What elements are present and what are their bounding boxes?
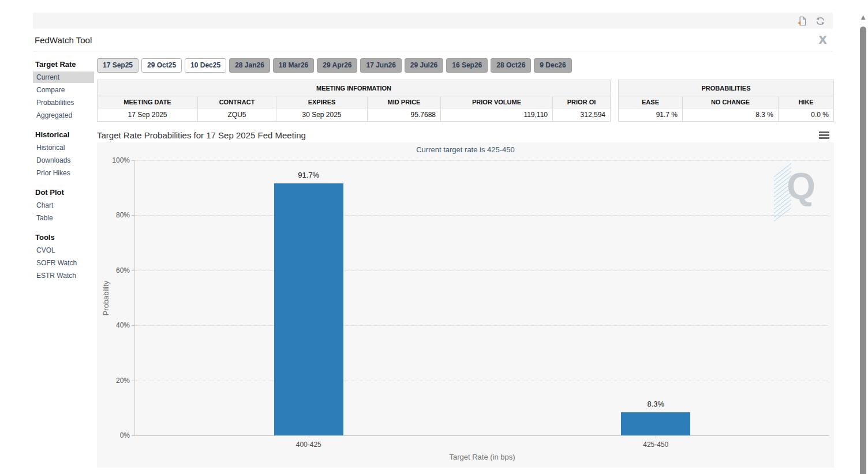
sidebar-item-probabilities[interactable]: Probabilities [33,97,94,108]
tab-28-jan26[interactable]: 28 Jan26 [229,58,270,73]
column-header-mid-price: MID PRICE [368,96,441,108]
y-tick [132,160,135,161]
sidebar-item-compare[interactable]: Compare [33,84,94,96]
tab-10-dec25[interactable]: 10 Dec25 [185,58,226,73]
cell-meeting-date: 17 Sep 2025 [98,108,198,122]
gridline [135,160,829,161]
cell-mid-price: 95.7688 [368,108,441,122]
sidebar-item-historical[interactable]: Historical [33,142,94,153]
sidebar-section-dot-plot: Dot PlotChartTable [33,186,94,224]
sidebar-section-title: Historical [33,129,94,142]
sidebar-item-table[interactable]: Table [33,212,94,224]
bar-value-label: 8.3% [621,400,690,408]
sidebar-item-estr-watch[interactable]: ESTR Watch [33,270,94,281]
sidebar-section-tools: ToolsCVOLSOFR WatchESTR Watch [33,231,94,281]
bar-425-450[interactable] [621,412,690,435]
column-header-meeting-date: MEETING DATE [98,96,198,108]
cell-prior-oi: 312,594 [553,108,611,122]
scrollbar-thumb[interactable] [860,27,866,474]
table-title: PROBABILITIES [619,80,834,96]
sidebar-section-historical: HistoricalHistoricalDownloadsPrior Hikes [33,129,94,179]
page-title: FedWatch Tool [35,35,92,45]
tab-17-sep25[interactable]: 17 Sep25 [97,58,139,73]
y-tick [132,215,135,216]
sidebar-item-sofr-watch[interactable]: SOFR Watch [33,257,94,269]
sidebar-item-aggregated[interactable]: Aggregated [33,110,94,121]
sidebar-item-downloads[interactable]: Downloads [33,155,94,166]
tab-29-oct25[interactable]: 29 Oct25 [141,58,182,73]
table-title: MEETING INFORMATION [98,80,611,96]
summary-tables: MEETING INFORMATIONMEETING DATECONTRACTE… [97,80,834,122]
y-tick [132,381,135,381]
hamburger-menu-icon[interactable] [817,128,834,142]
cell-contract: ZQU5 [198,108,276,122]
x-tick [309,435,309,438]
column-header-expires: EXPIRES [276,96,368,108]
tab-29-apr26[interactable]: 29 Apr26 [317,58,357,73]
tab-18-mar26[interactable]: 18 Mar26 [273,58,314,73]
gridline [135,270,829,271]
tab-16-sep26[interactable]: 16 Sep26 [446,58,488,73]
probability-chart: Current target rate is 425-450 Q Probabi… [97,142,834,468]
vertical-scrollbar[interactable]: ▲ [858,0,868,474]
bar-400-425[interactable] [274,183,343,435]
panel-toolbar [33,13,833,29]
sidebar-item-cvol[interactable]: CVOL [33,244,94,256]
y-tick [132,325,135,326]
tab-29-jul26[interactable]: 29 Jul26 [405,58,443,73]
sidebar: Target RateCurrentCompareProbabilitiesAg… [33,58,97,468]
title-bar: FedWatch Tool X [33,29,833,51]
main-content: 17 Sep2529 Oct2510 Dec2528 Jan2618 Mar26… [97,58,834,468]
sidebar-section-title: Tools [33,231,94,244]
column-header-ease: EASE [619,96,683,108]
meeting-tabs: 17 Sep2529 Oct2510 Dec2528 Jan2618 Mar26… [97,58,834,73]
y-tick-label: 80% [116,211,130,219]
y-tick-label: 100% [112,156,130,164]
x-tick-label: 400-425 [263,441,355,449]
chart-header: Target Rate Probabilities for 17 Sep 202… [97,127,834,142]
gridline [135,215,829,216]
fedwatch-panel: FedWatch Tool X Target RateCurrentCompar… [33,0,833,468]
column-header-contract: CONTRACT [198,96,276,108]
column-header-prior-oi: PRIOR OI [553,96,611,108]
meeting-information-table: MEETING INFORMATIONMEETING DATECONTRACTE… [97,80,611,122]
gridline [135,325,829,326]
cell-ease: 91.7 % [619,108,683,122]
bar-value-label: 91.7% [274,171,343,179]
sidebar-item-chart[interactable]: Chart [33,200,94,211]
x-tick-label: 425-450 [609,441,702,449]
sidebar-section-target-rate: Target RateCurrentCompareProbabilitiesAg… [33,58,94,121]
column-header-no-change: NO CHANGE [683,96,779,108]
close-icon[interactable]: X [818,33,827,46]
y-tick-label: 0% [120,431,130,439]
y-tick-label: 40% [116,321,130,329]
scroll-up-arrow[interactable]: ▲ [861,14,866,20]
cell-expires: 30 Sep 2025 [276,108,368,122]
tab-17-jun26[interactable]: 17 Jun26 [360,58,401,73]
plot-area: Probability Target Rate (in bps) 0%20%40… [134,160,829,436]
tab-9-dec26[interactable]: 9 Dec26 [534,58,571,73]
gridline [135,381,829,381]
y-axis-title: Probability [102,280,110,315]
chart-subtitle: Current target rate is 425-450 [97,145,834,154]
column-header-hike: HIKE [779,96,834,108]
probabilities-table: PROBABILITIESEASENO CHANGEHIKE91.7 %8.3 … [618,80,834,122]
sidebar-section-title: Dot Plot [33,186,94,200]
refresh-icon[interactable] [814,15,826,27]
y-tick [132,435,135,436]
sidebar-item-prior-hikes[interactable]: Prior Hikes [33,167,94,179]
column-header-prior-volume: PRIOR VOLUME [441,96,553,108]
y-tick-label: 20% [116,377,130,385]
x-tick [656,435,656,438]
y-tick [132,270,135,271]
sidebar-section-title: Target Rate [33,58,94,72]
export-document-icon[interactable] [796,15,807,27]
sidebar-item-current[interactable]: Current [33,72,94,83]
x-axis-title: Target Rate (in bps) [135,453,829,461]
tab-28-oct26[interactable]: 28 Oct26 [491,58,531,73]
cell-hike: 0.0 % [779,108,834,122]
chart-title: Target Rate Probabilities for 17 Sep 202… [97,130,306,140]
cell-prior-volume: 119,110 [441,108,553,122]
cell-no-change: 8.3 % [683,108,779,122]
y-tick-label: 60% [116,266,130,274]
